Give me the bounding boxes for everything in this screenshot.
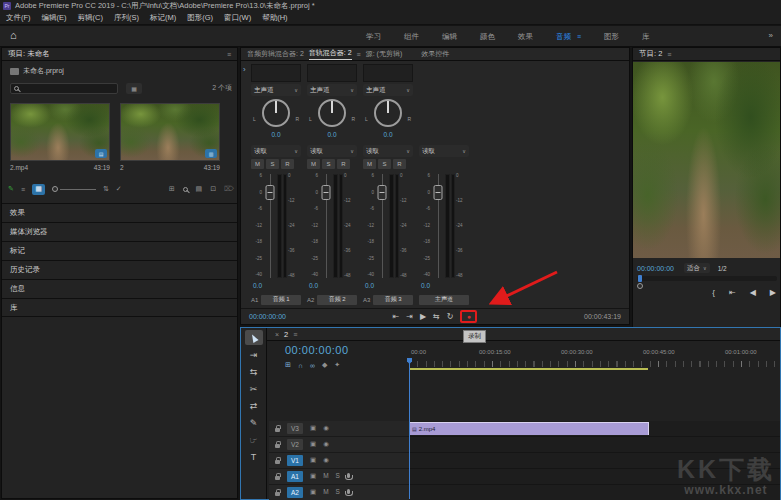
project-item-sequence[interactable]: ▥ 2 43:19 <box>120 103 220 171</box>
hand-tool[interactable]: ☞ <box>245 432 263 447</box>
new-bin-icon[interactable]: ▤ <box>196 185 203 193</box>
mute-button[interactable]: M <box>307 159 320 169</box>
panel-menu-icon[interactable]: ≡ <box>667 51 671 58</box>
slip-tool[interactable]: ⇄ <box>245 398 263 413</box>
lock-icon[interactable] <box>275 460 280 464</box>
sort-icons-icon[interactable]: ⇅ <box>103 185 109 193</box>
volume-value[interactable]: 0.0 <box>363 282 413 291</box>
project-file-row[interactable]: 未命名.prproj <box>10 66 64 76</box>
track-target-a1[interactable]: A1 <box>287 471 303 482</box>
menu-help[interactable]: 帮助(H) <box>262 13 287 23</box>
program-current-time[interactable]: 00:00:00:00 <box>637 265 674 272</box>
loop-button[interactable]: ↻ <box>447 313 454 321</box>
track-name[interactable]: 主声道 <box>419 295 469 305</box>
play-button[interactable]: ▶ <box>770 288 776 297</box>
timeline-playhead[interactable] <box>409 358 410 499</box>
show-effects-sends-icon[interactable]: › <box>243 65 246 74</box>
menu-markers[interactable]: 标记(M) <box>150 13 176 23</box>
lock-icon[interactable] <box>275 492 280 496</box>
mute-button[interactable]: M <box>323 489 328 496</box>
record-button[interactable]: ● <box>467 313 471 320</box>
fader-handle[interactable] <box>265 185 274 200</box>
eye-icon[interactable]: ◉ <box>323 441 329 448</box>
fx-sends-well[interactable] <box>251 64 301 82</box>
solo-button[interactable]: S <box>336 489 340 496</box>
scrubber-knob[interactable] <box>637 283 643 289</box>
icon-view-icon[interactable]: ▦ <box>32 184 45 195</box>
workspace-tab-libraries[interactable]: 库 <box>642 32 650 42</box>
automation-mode-dropdown[interactable]: 读取 ∨ <box>251 145 301 157</box>
eye-icon[interactable]: ◉ <box>323 425 329 432</box>
automate-to-sequence-icon[interactable]: ⊞ <box>169 185 175 193</box>
pan-knob[interactable] <box>374 99 402 127</box>
panel-menu-icon[interactable]: ≡ <box>357 51 361 58</box>
nest-toggle-icon[interactable]: ⊞ <box>285 361 291 369</box>
thumbnail-zoom-slider[interactable] <box>52 185 96 193</box>
pan-knob[interactable] <box>262 99 290 127</box>
ripple-edit-tool[interactable]: ⇆ <box>245 364 263 379</box>
workspace-tab-assembly[interactable]: 组件 <box>404 32 419 42</box>
fader-handle[interactable] <box>377 185 386 200</box>
panel-tab-history[interactable]: 历史记录 <box>2 260 237 279</box>
solo-button[interactable]: S <box>322 159 335 169</box>
timeline-clip[interactable]: ▤ 2.mp4 <box>409 422 649 435</box>
track-name[interactable]: 音频 3 <box>373 295 413 305</box>
volume-value[interactable]: 0.0 <box>251 282 301 291</box>
sort-check-icon[interactable]: ✓ <box>116 185 122 193</box>
find-icon[interactable] <box>183 187 188 192</box>
pan-value[interactable]: 0.0 <box>363 131 413 138</box>
solo-button[interactable]: S <box>266 159 279 169</box>
time-ruler[interactable] <box>409 361 780 367</box>
output-assign-dropdown[interactable]: 主声道 ∨ <box>307 84 357 96</box>
fx-sends-well[interactable] <box>307 64 357 82</box>
record-arm-button[interactable]: R <box>337 159 350 169</box>
workspace-tab-audio-active[interactable]: 音频 <box>556 32 571 42</box>
timeline-settings-icon[interactable]: ✦ <box>334 361 340 369</box>
list-view-icon[interactable]: ≡ <box>21 186 25 193</box>
panel-tab-effects[interactable]: 效果 <box>2 203 237 222</box>
playhead-position[interactable]: 00:00:00:00 <box>249 313 286 320</box>
goto-in-button[interactable]: ⇤ <box>393 313 400 321</box>
panel-tab-info[interactable]: 信息 <box>2 279 237 298</box>
volume-fader[interactable] <box>375 172 388 280</box>
type-tool[interactable]: T <box>245 449 263 464</box>
home-icon[interactable]: ⌂ <box>10 29 17 41</box>
pen-tool[interactable]: ✎ <box>245 415 263 430</box>
fader-handle[interactable] <box>321 185 330 200</box>
mute-button[interactable]: M <box>251 159 264 169</box>
filter-bin-button[interactable]: ▦ <box>126 83 142 94</box>
selection-tool[interactable] <box>245 330 263 345</box>
sync-lock-icon[interactable]: ▣ <box>310 425 316 432</box>
output-assign-dropdown[interactable]: 主声道 ∨ <box>363 84 413 96</box>
clip-thumbnail[interactable]: ▤ <box>10 103 110 161</box>
panel-tab-libraries[interactable]: 库 <box>2 298 237 317</box>
sync-lock-icon[interactable]: ▣ <box>310 457 316 464</box>
track-target-a2[interactable]: A2 <box>287 487 303 498</box>
voiceover-mic-icon[interactable] <box>347 473 350 478</box>
sync-lock-icon[interactable]: ▣ <box>310 489 316 496</box>
volume-fader[interactable] <box>263 172 276 280</box>
tab-source-monitor[interactable]: 源: (无剪辑) <box>366 49 403 59</box>
play-button[interactable]: ▶ <box>420 313 426 321</box>
automation-mode-dropdown[interactable]: 读取 ∨ <box>363 145 413 157</box>
workspace-tab-color[interactable]: 颜色 <box>480 32 495 42</box>
track-name[interactable]: 音频 1 <box>261 295 301 305</box>
sync-lock-icon[interactable]: ▣ <box>310 441 316 448</box>
razor-tool[interactable]: ✂ <box>245 381 263 396</box>
panel-tab-markers[interactable]: 标记 <box>2 241 237 260</box>
playback-resolution[interactable]: 1/2 <box>718 265 727 272</box>
fader-handle[interactable] <box>433 185 442 200</box>
tab-audio-track-mixer-active[interactable]: 音轨混合器: 2 <box>309 48 352 60</box>
new-item-icon[interactable]: ⊡ <box>210 185 216 193</box>
panel-tab-media-browser[interactable]: 媒体浏览器 <box>2 222 237 241</box>
snap-icon[interactable]: ∩ <box>298 362 303 369</box>
track-target-v1[interactable]: V1 <box>287 455 303 466</box>
search-input[interactable] <box>22 85 112 91</box>
menu-sequence[interactable]: 序列(S) <box>114 13 139 23</box>
menu-window[interactable]: 窗口(W) <box>224 13 251 23</box>
mark-bracket-button[interactable]: { <box>712 288 715 297</box>
timeline-current-time[interactable]: 00:00:00:00 <box>285 344 349 356</box>
solo-button[interactable]: S <box>378 159 391 169</box>
add-marker-icon[interactable]: ◆ <box>322 361 327 369</box>
track-lane-v2[interactable] <box>409 437 780 453</box>
